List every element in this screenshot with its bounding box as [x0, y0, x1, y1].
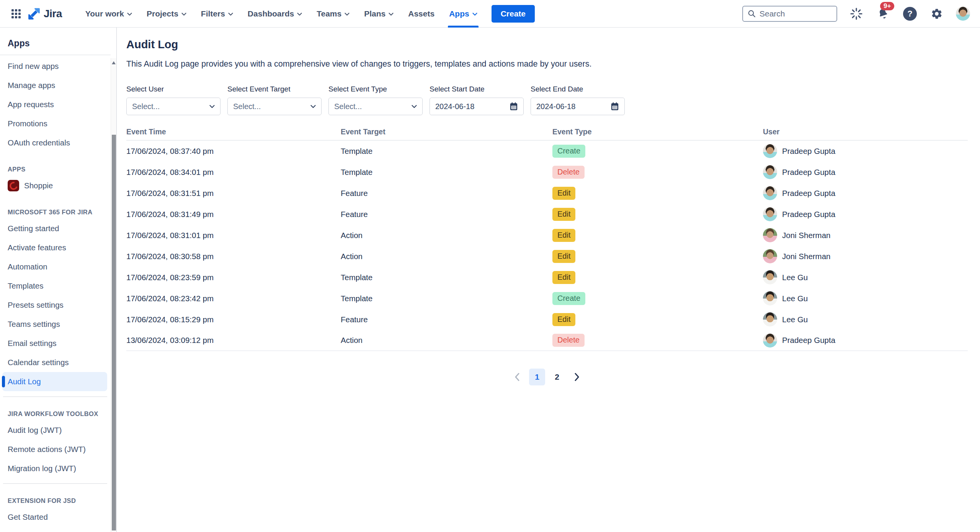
event-type-badge: Edit [552, 187, 575, 200]
user-name: Pradeep Gupta [782, 168, 835, 177]
chevron-down-icon [389, 13, 394, 16]
sidebar-item-activate-features[interactable]: Activate features [0, 238, 107, 257]
sidebar-item-automation[interactable]: Automation [0, 257, 107, 276]
user-avatar [763, 165, 777, 179]
start-date-input[interactable]: 2024-06-18 [430, 98, 524, 115]
audit-log-table: Event Time Event Target Event Type User … [126, 127, 968, 351]
nav-item-plans[interactable]: Plans [357, 0, 401, 28]
sidebar-item-shoppie[interactable]: Shoppie [0, 176, 107, 195]
spinner-icon [849, 6, 864, 21]
notification-count-badge: 9+ [880, 2, 894, 10]
nav-item-apps[interactable]: Apps [442, 0, 485, 28]
event-time: 17/06/2024, 08:15:29 pm [126, 315, 341, 324]
table-row: 17/06/2024, 08:37:40 pm Template Create … [126, 140, 968, 162]
nav-item-your-work[interactable]: Your work [78, 0, 139, 28]
calendar-icon [510, 102, 518, 111]
app-switcher-icon[interactable] [8, 6, 24, 21]
sidebar-item-remote-actions-jwt[interactable]: Remote actions (JWT) [0, 440, 107, 459]
table-row: 17/06/2024, 08:15:29 pm Feature Edit Lee… [126, 309, 968, 330]
filter-label: Select Event Type [328, 85, 423, 93]
event-time: 17/06/2024, 08:30:58 pm [126, 252, 341, 261]
next-page-button[interactable] [569, 369, 585, 385]
nav-item-projects[interactable]: Projects [139, 0, 194, 28]
sidebar-scrollbar[interactable] [111, 58, 116, 532]
grid-dots-icon [11, 9, 21, 19]
table-row: 17/06/2024, 08:31:51 pm Feature Edit Pra… [126, 183, 968, 204]
gear-icon [931, 8, 943, 20]
chevron-down-icon [310, 105, 316, 108]
user-name: Pradeep Gupta [782, 210, 835, 219]
filters-row: Select User Select... Select Event Targe… [126, 85, 968, 115]
sidebar-item-find-new-apps[interactable]: Find new apps [0, 57, 107, 76]
nav-item-teams[interactable]: Teams [309, 0, 357, 28]
user-name: Pradeep Gupta [782, 147, 835, 156]
sidebar-item-audit-log-jwt[interactable]: Audit log (JWT) [0, 421, 107, 440]
page-button-1[interactable]: 1 [529, 369, 545, 385]
table-row: 17/06/2024, 08:23:59 pm Template Edit Le… [126, 267, 968, 288]
filter-select-event-type: Select Event Type Select... [328, 85, 423, 115]
user-profile-avatar[interactable] [956, 7, 970, 21]
filter-end-date: Select End Date 2024-06-18 [531, 85, 625, 115]
sidebar-item-promotions[interactable]: Promotions [0, 114, 107, 133]
search-input[interactable] [760, 9, 825, 18]
help-button[interactable]: ? [902, 6, 918, 21]
user-avatar [763, 249, 777, 263]
event-target: Template [341, 273, 552, 282]
user-avatar [763, 312, 777, 326]
sidebar-item-migration-log-jwt[interactable]: Migration log (JWT) [0, 459, 107, 478]
divider [3, 483, 107, 484]
page-button-2[interactable]: 2 [549, 369, 565, 385]
settings-button[interactable] [929, 6, 944, 21]
column-header-event-target: Event Target [341, 127, 552, 136]
user-name: Lee Gu [782, 273, 808, 282]
event-target: Feature [341, 210, 552, 219]
column-header-user: User [763, 127, 968, 136]
sidebar-item-bundled-fields[interactable]: Bundled fields [0, 527, 107, 532]
sidebar-item-get-started[interactable]: Get Started [0, 508, 107, 527]
user-select[interactable]: Select... [126, 98, 220, 115]
sidebar-item-audit-log[interactable]: Audit Log [2, 372, 107, 391]
event-type-badge: Edit [552, 229, 575, 242]
sidebar-item-calendar-settings[interactable]: Calendar settings [0, 353, 107, 372]
notifications-button[interactable]: 9+ [875, 6, 891, 21]
help-icon: ? [903, 7, 917, 21]
sidebar-section-jwt: JIRA WORKFLOW TOOLBOX [0, 407, 116, 421]
sidebar-item-email-settings[interactable]: Email settings [0, 334, 107, 353]
event-type-badge: Edit [552, 313, 575, 326]
sidebar-item-templates[interactable]: Templates [0, 276, 107, 295]
end-date-input[interactable]: 2024-06-18 [531, 98, 625, 115]
top-navigation-bar: Jira Your work Projects Filters Dashboar… [0, 0, 980, 28]
previous-page-button[interactable] [509, 369, 525, 385]
user-name: Lee Gu [782, 294, 808, 303]
filter-label: Select User [126, 85, 220, 93]
filter-select-event-target: Select Event Target Select... [227, 85, 322, 115]
table-row: 17/06/2024, 08:34:01 pm Template Delete … [126, 162, 968, 183]
nav-item-assets[interactable]: Assets [401, 0, 442, 28]
scrollbar-thumb[interactable] [112, 135, 116, 530]
chevron-down-icon [412, 105, 417, 108]
create-button[interactable]: Create [492, 5, 535, 23]
chevron-down-icon [127, 13, 132, 16]
logo-text: Jira [44, 8, 62, 20]
global-search[interactable] [742, 6, 837, 22]
jira-logo[interactable]: Jira [28, 7, 62, 20]
sidebar-item-app-requests[interactable]: App requests [0, 95, 107, 114]
chevron-down-icon [228, 13, 233, 16]
nav-item-filters[interactable]: Filters [194, 0, 240, 28]
sidebar-item-teams-settings[interactable]: Teams settings [0, 315, 107, 334]
sidebar-item-getting-started[interactable]: Getting started [0, 219, 107, 238]
sidebar-item-manage-apps[interactable]: Manage apps [0, 76, 107, 95]
event-target-select[interactable]: Select... [227, 98, 322, 115]
column-header-event-time: Event Time [126, 127, 341, 136]
event-type-select[interactable]: Select... [328, 98, 423, 115]
chevron-down-icon [472, 13, 477, 16]
filter-label: Select Event Target [227, 85, 322, 93]
page-description: This Audit Log page provides you with a … [126, 59, 968, 69]
divider [3, 397, 107, 397]
nav-item-dashboards[interactable]: Dashboards [240, 0, 309, 28]
filter-label: Select Start Date [430, 85, 524, 93]
user-name: Joni Sherman [782, 252, 830, 261]
sidebar-item-oauth-credentials[interactable]: OAuth credentials [0, 133, 107, 152]
sidebar-item-presets-settings[interactable]: Presets settings [0, 295, 107, 315]
scrollbar-up-arrow-icon[interactable] [112, 61, 116, 64]
